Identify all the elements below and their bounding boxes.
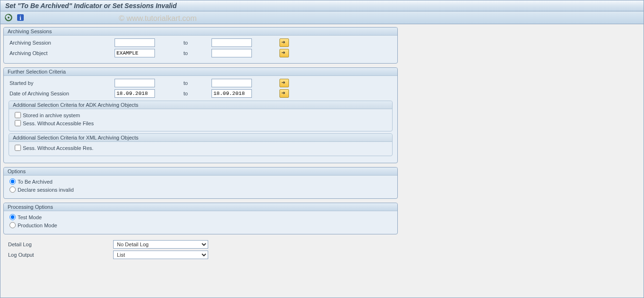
- further-criteria-group: Further Selection Criteria Started by to…: [3, 67, 398, 163]
- test-mode-radio[interactable]: [10, 214, 16, 220]
- archiving-sessions-header: Archiving Sessions: [4, 28, 397, 36]
- archiving-session-from-input[interactable]: [115, 38, 155, 47]
- options-group: Options To Be Archived Declare sessions …: [3, 167, 398, 199]
- started-by-to-input[interactable]: [211, 79, 252, 87]
- svg-point-1: [8, 17, 10, 19]
- no-res-checkbox[interactable]: [15, 145, 21, 151]
- log-output-select[interactable]: List: [113, 251, 208, 259]
- info-icon[interactable]: i: [16, 13, 25, 22]
- no-res-label: Sess. Without Accessible Res.: [23, 145, 94, 151]
- production-mode-label: Production Mode: [18, 223, 57, 228]
- to-be-archived-label: To Be Archived: [18, 179, 52, 185]
- started-by-from-input[interactable]: [115, 79, 155, 87]
- started-by-to-label: to: [183, 80, 210, 86]
- archiving-session-range-button[interactable]: [279, 38, 289, 47]
- adk-criteria-group: Additional Selection Criteria for ADK Ar…: [9, 101, 393, 131]
- archiving-object-range-button[interactable]: [279, 49, 289, 57]
- xml-criteria-header: Additional Selection Criteria for XML Ar…: [9, 134, 392, 142]
- no-files-checkbox[interactable]: [15, 120, 21, 126]
- options-header: Options: [4, 168, 397, 176]
- processing-options-group: Processing Options Test Mode Production …: [3, 203, 398, 234]
- date-range-button[interactable]: [279, 89, 289, 98]
- declare-invalid-label: Declare sessions invalid: [18, 187, 74, 193]
- date-from-input[interactable]: [115, 89, 155, 98]
- test-mode-label: Test Mode: [18, 214, 42, 220]
- archiving-session-to-label: to: [183, 40, 210, 46]
- page-title: Set "To Be Archived" Indicator or Set Se…: [0, 0, 644, 11]
- production-mode-radio[interactable]: [10, 222, 16, 228]
- log-output-label: Log Output: [6, 252, 113, 258]
- detail-log-select[interactable]: No Detail Log: [113, 240, 208, 249]
- declare-invalid-radio[interactable]: [10, 186, 16, 193]
- archiving-session-label: Archiving Session: [8, 40, 115, 46]
- execute-icon[interactable]: [4, 13, 13, 22]
- xml-criteria-group: Additional Selection Criteria for XML Ar…: [9, 133, 393, 156]
- further-criteria-header: Further Selection Criteria: [4, 68, 397, 76]
- archiving-session-to-input[interactable]: [211, 38, 252, 47]
- toolbar: i: [0, 11, 644, 24]
- adk-criteria-header: Additional Selection Criteria for ADK Ar…: [9, 101, 392, 109]
- archiving-sessions-group: Archiving Sessions Archiving Session to …: [3, 27, 398, 64]
- started-by-range-button[interactable]: [279, 79, 289, 87]
- date-to-input[interactable]: [211, 89, 252, 98]
- to-be-archived-radio[interactable]: [10, 178, 16, 185]
- archiving-object-label: Archiving Object: [8, 50, 115, 56]
- processing-options-header: Processing Options: [4, 203, 397, 211]
- no-files-label: Sess. Without Accessible Files: [23, 121, 94, 126]
- archiving-object-from-input[interactable]: [115, 49, 155, 57]
- stored-archive-checkbox[interactable]: [15, 112, 21, 118]
- archiving-object-to-label: to: [183, 50, 210, 56]
- started-by-label: Started by: [8, 80, 115, 86]
- date-to-label: to: [183, 91, 210, 96]
- archiving-object-to-input[interactable]: [211, 49, 252, 57]
- stored-archive-label: Stored in archive system: [23, 112, 80, 118]
- detail-log-label: Detail Log: [6, 242, 113, 247]
- date-label: Date of Archiving Session: [8, 91, 115, 96]
